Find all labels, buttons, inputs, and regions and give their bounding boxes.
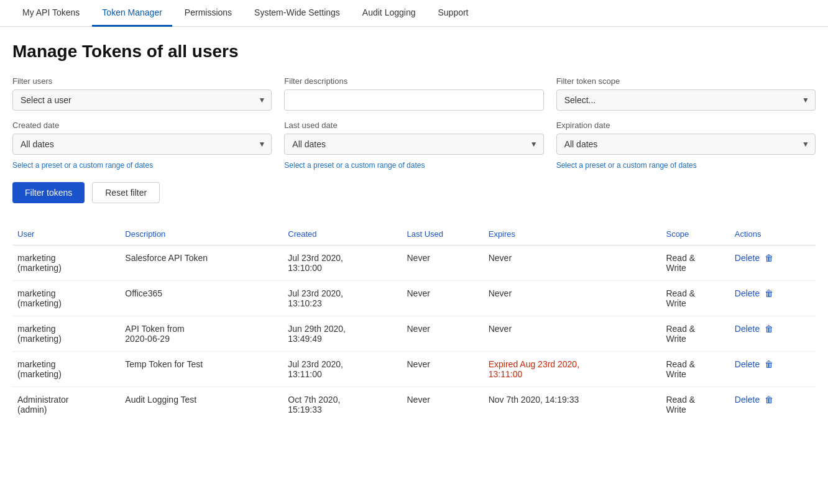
cell-expires: Expired Aug 23rd 2020, 13:11:00 xyxy=(484,352,661,387)
cell-scope: Read & Write xyxy=(661,281,729,316)
delete-button[interactable]: Delete xyxy=(735,253,760,263)
filter-descriptions-group: Filter descriptions xyxy=(284,76,543,111)
cell-last_used: Never xyxy=(402,387,484,423)
cell-user: marketing (marketing) xyxy=(12,316,120,352)
cell-expires: Never xyxy=(484,316,661,352)
cell-expires: Never xyxy=(484,245,661,281)
filter-scope-select[interactable]: Select... xyxy=(556,89,816,111)
nav-tab-support[interactable]: Support xyxy=(428,0,478,27)
cell-expires: Nov 7th 2020, 14:19:33 xyxy=(484,387,661,423)
filter-created-date-group: Created date All dates ▼ Select a preset… xyxy=(12,121,272,170)
filter-last-used-date-label: Last used date xyxy=(284,121,543,130)
table-row: marketing (marketing)Temp Token for Test… xyxy=(12,352,816,387)
cell-created: Oct 7th 2020, 15:19:33 xyxy=(283,387,402,423)
delete-button[interactable]: Delete xyxy=(735,324,760,334)
cell-created: Jul 23rd 2020, 13:11:00 xyxy=(283,352,402,387)
trash-icon[interactable]: 🗑 xyxy=(765,395,773,405)
cell-created: Jul 23rd 2020, 13:10:23 xyxy=(283,281,402,316)
cell-scope: Read & Write xyxy=(661,387,729,423)
col-header-user: User xyxy=(12,223,120,245)
filter-users-label: Filter users xyxy=(12,76,272,86)
filter-last-used-date-select[interactable]: All dates xyxy=(284,134,543,155)
filter-expiration-date-select[interactable]: All dates xyxy=(556,134,816,155)
nav-tab-my-api-tokens[interactable]: My API Tokens xyxy=(12,0,90,27)
cell-last_used: Never xyxy=(402,245,484,281)
col-header-description: Description xyxy=(120,223,283,245)
col-header-scope: Scope xyxy=(661,223,729,245)
col-header-actions: Actions xyxy=(730,223,816,245)
cell-actions: Delete🗑 xyxy=(730,316,816,352)
cell-user: marketing (marketing) xyxy=(12,245,120,281)
nav-tab-token-manager[interactable]: Token Manager xyxy=(92,0,172,27)
delete-button[interactable]: Delete xyxy=(735,359,760,369)
filter-users-select[interactable]: Select a user xyxy=(12,89,272,111)
cell-description: Temp Token for Test xyxy=(120,352,283,387)
cell-user: Administrator (admin) xyxy=(12,387,120,423)
nav-tab-permissions[interactable]: Permissions xyxy=(175,0,242,27)
col-header-expires: Expires xyxy=(484,223,661,245)
cell-scope: Read & Write xyxy=(661,352,729,387)
page-title: Manage Tokens of all users xyxy=(12,42,816,62)
trash-icon[interactable]: 🗑 xyxy=(765,359,773,369)
tokens-table: UserDescriptionCreatedLast UsedExpiresSc… xyxy=(12,223,816,422)
cell-last_used: Never xyxy=(402,281,484,316)
trash-icon[interactable]: 🗑 xyxy=(765,324,773,334)
cell-description: Audit Logging Test xyxy=(120,387,283,423)
expiration-date-hint: Select a preset or a custom range of dat… xyxy=(556,161,816,170)
filter-users-group: Filter users Select a user ▼ xyxy=(12,76,272,111)
col-header-created: Created xyxy=(283,223,402,245)
cell-description: API Token from 2020-06-29 xyxy=(120,316,283,352)
cell-description: Office365 xyxy=(120,281,283,316)
tokens-table-section: UserDescriptionCreatedLast UsedExpiresSc… xyxy=(12,223,816,422)
cell-scope: Read & Write xyxy=(661,245,729,281)
filter-created-date-label: Created date xyxy=(12,121,272,130)
cell-description: Salesforce API Token xyxy=(120,245,283,281)
cell-last_used: Never xyxy=(402,352,484,387)
table-row: marketing (marketing)Office365Jul 23rd 2… xyxy=(12,281,816,316)
reset-filter-button[interactable]: Reset filter xyxy=(92,182,160,203)
cell-user: marketing (marketing) xyxy=(12,281,120,316)
filter-descriptions-label: Filter descriptions xyxy=(284,76,543,86)
table-row: marketing (marketing)Salesforce API Toke… xyxy=(12,245,816,281)
trash-icon[interactable]: 🗑 xyxy=(765,288,773,298)
filter-scope-group: Filter token scope Select... ▼ xyxy=(556,76,816,111)
filter-descriptions-input[interactable] xyxy=(284,89,543,111)
created-date-hint: Select a preset or a custom range of dat… xyxy=(12,161,272,170)
table-row: Administrator (admin)Audit Logging TestO… xyxy=(12,387,816,423)
cell-last_used: Never xyxy=(402,316,484,352)
filter-scope-label: Filter token scope xyxy=(556,76,816,86)
cell-user: marketing (marketing) xyxy=(12,352,120,387)
table-row: marketing (marketing)API Token from 2020… xyxy=(12,316,816,352)
cell-created: Jun 29th 2020, 13:49:49 xyxy=(283,316,402,352)
cell-actions: Delete🗑 xyxy=(730,245,816,281)
cell-actions: Delete🗑 xyxy=(730,352,816,387)
delete-button[interactable]: Delete xyxy=(735,288,760,298)
delete-button[interactable]: Delete xyxy=(735,395,760,405)
filter-created-date-select[interactable]: All dates xyxy=(12,134,272,155)
nav-tab-system-wide-settings[interactable]: System-Wide Settings xyxy=(244,0,350,27)
filter-tokens-button[interactable]: Filter tokens xyxy=(12,182,85,203)
nav-tab-audit-logging[interactable]: Audit Logging xyxy=(352,0,426,27)
nav-tabs: My API TokensToken ManagerPermissionsSys… xyxy=(0,0,828,27)
cell-scope: Read & Write xyxy=(661,316,729,352)
filter-last-used-date-group: Last used date All dates ▼ Select a pres… xyxy=(284,121,543,170)
cell-expires: Never xyxy=(484,281,661,316)
col-header-last_used: Last Used xyxy=(402,223,484,245)
filter-expiration-date-label: Expiration date xyxy=(556,121,816,130)
last-used-date-hint: Select a preset or a custom range of dat… xyxy=(284,161,543,170)
cell-actions: Delete🗑 xyxy=(730,281,816,316)
filter-expiration-date-group: Expiration date All dates ▼ Select a pre… xyxy=(556,121,816,170)
trash-icon[interactable]: 🗑 xyxy=(765,253,773,263)
cell-created: Jul 23rd 2020, 13:10:00 xyxy=(283,245,402,281)
cell-actions: Delete🗑 xyxy=(730,387,816,423)
